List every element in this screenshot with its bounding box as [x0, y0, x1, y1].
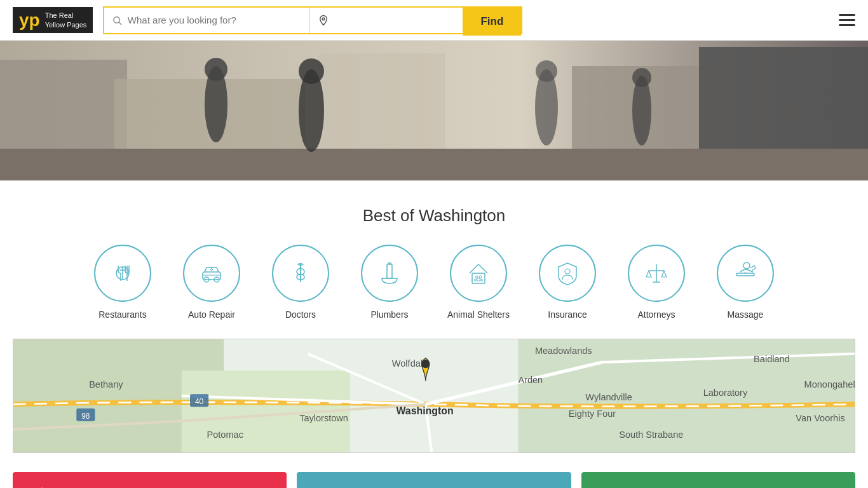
animal-shelters-icon [465, 259, 492, 287]
map-container[interactable]: Bethany Potomac Taylorstown Wolfdale Mea… [13, 339, 855, 453]
svg-text:Van Voorhis: Van Voorhis [796, 413, 844, 423]
category-doctors[interactable]: Doctors [262, 245, 339, 320]
popular-businesses-card[interactable]: Popular Businesses in Washington [13, 472, 287, 488]
bottom-cards-section: Popular Businesses in Washington Trendin… [13, 472, 855, 488]
svg-point-2 [323, 17, 325, 20]
category-restaurants[interactable]: Restaurants [85, 245, 161, 320]
svg-point-33 [477, 278, 480, 281]
massage-label: Massage [728, 309, 764, 320]
search-bar: Glendale, CA Find [103, 6, 522, 34]
auto-repair-icon [198, 259, 226, 287]
massage-icon [731, 259, 759, 287]
category-massage[interactable]: Massage [707, 245, 783, 320]
doctors-label: Doctors [285, 309, 316, 320]
nearby-icon [597, 484, 625, 488]
search-icon [112, 15, 123, 26]
svg-text:South Strabane: South Strabane [619, 430, 683, 440]
svg-rect-9 [0, 149, 868, 180]
attorneys-label: Attorneys [637, 309, 675, 320]
trending-icon [312, 484, 340, 488]
location-input[interactable]: Glendale, CA [334, 15, 455, 25]
svg-text:40: 40 [195, 397, 204, 406]
popular-icon [28, 484, 56, 488]
best-of-section: Best of Washington Restaurants [0, 180, 868, 339]
category-insurance[interactable]: Insurance [529, 245, 606, 320]
category-animal-shelters[interactable]: Animal Shelters [440, 245, 517, 320]
animal-shelters-icon-circle [450, 245, 507, 302]
category-plumbers[interactable]: Plumbers [351, 245, 428, 320]
svg-text:Arden: Arden [518, 375, 543, 385]
find-button[interactable]: Find [463, 8, 521, 36]
svg-point-0 [114, 17, 120, 23]
category-grid: Restaurants Auto Repair [13, 245, 855, 320]
svg-text:Meadowlands: Meadowlands [535, 346, 592, 356]
svg-text:Baidland: Baidland [754, 354, 790, 364]
svg-point-35 [481, 280, 483, 281]
hero-section: Washington, PA [0, 41, 868, 180]
svg-rect-21 [203, 272, 220, 280]
svg-point-15 [536, 60, 557, 82]
plumbers-icon [376, 259, 403, 287]
auto-repair-label: Auto Repair [188, 309, 235, 320]
hamburger-menu[interactable] [839, 14, 855, 26]
svg-text:98: 98 [81, 412, 90, 421]
map-section: Bethany Potomac Taylorstown Wolfdale Mea… [13, 339, 855, 453]
svg-line-1 [119, 22, 122, 25]
animal-shelters-label: Animal Shelters [447, 309, 510, 320]
logo-tagline-line2: Yellow Pages [45, 20, 87, 29]
svg-point-11 [205, 58, 227, 81]
svg-rect-27 [387, 264, 392, 278]
restaurants-label: Restaurants [98, 309, 146, 320]
attorneys-icon-circle [628, 245, 685, 302]
restaurant-icon [109, 259, 137, 287]
attorneys-icon [642, 259, 670, 287]
svg-text:Monongahela: Monongahela [804, 379, 855, 390]
search-where-container: Glendale, CA [310, 8, 463, 33]
svg-text:Taylorstown: Taylorstown [299, 413, 348, 423]
restaurants-icon-circle [94, 245, 151, 302]
insurance-icon-circle [539, 245, 596, 302]
svg-text:Laboratory: Laboratory [703, 388, 748, 398]
search-what-container [104, 8, 310, 33]
search-input[interactable] [128, 15, 302, 25]
svg-text:Eighty Four: Eighty Four [569, 409, 616, 419]
svg-point-36 [565, 269, 570, 274]
map-svg: Bethany Potomac Taylorstown Wolfdale Mea… [13, 339, 855, 452]
hamburger-line-3 [839, 24, 855, 26]
svg-text:Potomac: Potomac [207, 430, 243, 440]
doctors-icon-circle [272, 245, 329, 302]
header: yp The Real Yellow Pages Glendale, CA Fi… [0, 0, 868, 41]
hamburger-line-1 [839, 14, 855, 16]
hero-background [0, 41, 868, 180]
auto-repair-icon-circle [183, 245, 240, 302]
svg-point-31 [475, 276, 478, 278]
location-icon [318, 15, 329, 26]
massage-icon-circle [717, 245, 774, 302]
nearby-cities-card[interactable]: Nearby Cities in Washington [581, 472, 855, 488]
svg-point-17 [632, 68, 651, 87]
svg-point-13 [299, 58, 324, 84]
svg-text:Bethany: Bethany [89, 379, 123, 390]
logo[interactable]: yp The Real Yellow Pages [13, 7, 93, 33]
insurance-icon [553, 259, 581, 287]
svg-text:Washington: Washington [396, 405, 453, 416]
category-auto-repair[interactable]: Auto Repair [173, 245, 250, 320]
svg-point-32 [479, 276, 482, 278]
svg-point-40 [743, 262, 750, 269]
svg-point-34 [475, 280, 477, 281]
insurance-label: Insurance [548, 309, 587, 320]
trending-searches-card[interactable]: Trending Searches in Washington [297, 472, 571, 488]
doctors-icon [287, 259, 315, 287]
svg-text:Wylandville: Wylandville [585, 392, 632, 402]
best-of-title: Best of Washington [13, 206, 855, 226]
category-attorneys[interactable]: Attorneys [618, 245, 695, 320]
hamburger-line-2 [839, 19, 855, 21]
logo-tagline: The Real Yellow Pages [45, 11, 87, 29]
yp-logo-text: yp [19, 11, 40, 29]
plumbers-label: Plumbers [370, 309, 408, 320]
plumbers-icon-circle [361, 245, 418, 302]
logo-tagline-line1: The Real [45, 11, 87, 20]
svg-point-65 [421, 360, 430, 368]
hero-bg-svg [0, 41, 868, 180]
svg-rect-41 [736, 273, 754, 276]
